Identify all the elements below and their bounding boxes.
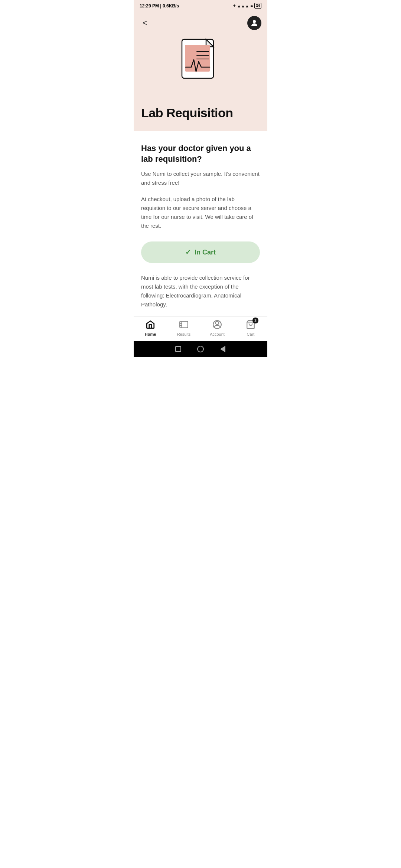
- svg-rect-6: [180, 322, 188, 328]
- back-button[interactable]: <: [140, 17, 150, 29]
- lab-requisition-icon: [178, 37, 223, 86]
- nav-label-cart: Cart: [247, 332, 255, 336]
- battery-indicator: 34: [254, 3, 261, 9]
- user-icon: [250, 19, 259, 27]
- page-title: Lab Requisition: [141, 106, 260, 120]
- footer-note: Numi is able to provide collection servi…: [141, 273, 260, 316]
- document-icon-wrap: [178, 37, 223, 87]
- main-content: Has your doctor given you a lab requisit…: [134, 131, 267, 316]
- results-icon-wrap: [179, 320, 189, 331]
- question-heading: Has your doctor given you a lab requisit…: [141, 143, 260, 164]
- bluetooth-icon: ⌖: [233, 3, 235, 8]
- home-icon-wrap: [146, 320, 155, 331]
- status-icons: ⌖ ▲▲▲ ≈ 34: [233, 3, 261, 9]
- status-time: 12:29 PM | 0.6KB/s: [140, 3, 179, 9]
- home-icon: [146, 320, 155, 329]
- nav-item-results[interactable]: Results: [173, 320, 195, 336]
- wifi-icon: ≈: [251, 4, 253, 8]
- header-nav: <: [140, 16, 261, 30]
- nav-label-account: Account: [210, 332, 225, 336]
- checkmark-icon: ✓: [185, 248, 191, 256]
- nav-label-results: Results: [177, 332, 191, 336]
- android-square-btn[interactable]: [175, 345, 182, 353]
- page-title-area: Lab Requisition: [134, 106, 267, 131]
- android-back-btn[interactable]: [219, 345, 226, 353]
- description-1: Use Numi to collect your sample. It's co…: [141, 170, 260, 187]
- cart-badge: 3: [252, 318, 258, 323]
- header-area: <: [134, 11, 267, 106]
- nav-item-cart[interactable]: 3 Cart: [239, 320, 262, 336]
- nav-label-home: Home: [145, 332, 156, 336]
- description-2: At checkout, upload a photo of the lab r…: [141, 195, 260, 230]
- in-cart-label: In Cart: [195, 249, 216, 256]
- nav-item-home[interactable]: Home: [139, 320, 162, 336]
- profile-avatar[interactable]: [247, 16, 261, 30]
- svg-point-7: [216, 322, 219, 325]
- cart-icon-wrap: 3: [246, 320, 255, 331]
- account-icon-wrap: [212, 320, 222, 331]
- in-cart-button[interactable]: ✓ In Cart: [141, 241, 260, 263]
- signal-icon: ▲▲▲: [237, 4, 249, 8]
- svg-point-0: [253, 20, 256, 23]
- android-nav-bar: [134, 341, 267, 357]
- android-circle-btn[interactable]: [197, 345, 204, 353]
- bottom-nav: Home Results Account: [134, 316, 267, 341]
- nav-item-account[interactable]: Account: [206, 320, 228, 336]
- results-icon: [179, 320, 189, 329]
- account-icon: [212, 320, 222, 329]
- status-bar: 12:29 PM | 0.6KB/s ⌖ ▲▲▲ ≈ 34: [134, 0, 267, 11]
